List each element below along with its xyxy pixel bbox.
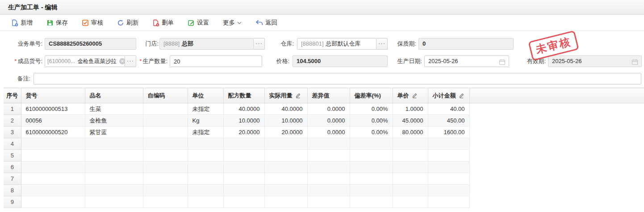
cell-empty[interactable] (350, 138, 393, 150)
cell-item-no[interactable]: 00056 (21, 115, 85, 127)
cell-empty[interactable] (428, 196, 469, 208)
cell-empty[interactable] (143, 196, 188, 208)
cell-empty[interactable] (85, 161, 143, 173)
table-row[interactable]: 1 6100000000513 生菜 未指定 40.0000 40.0000 0… (4, 103, 644, 115)
remark-input[interactable] (33, 73, 641, 85)
cell-empty[interactable] (143, 185, 188, 196)
cell-actual-qty[interactable]: 40.0000 (264, 103, 307, 115)
cell-empty[interactable] (350, 185, 393, 196)
cell-empty[interactable] (428, 185, 469, 196)
product-field[interactable]: [6100000... 金枪鱼蔬菜沙拉 (45, 55, 125, 67)
cell-empty[interactable] (393, 150, 428, 161)
delete-button[interactable]: 删单 (152, 19, 174, 27)
cell-empty[interactable] (264, 138, 307, 150)
cell-empty[interactable] (21, 150, 85, 161)
cell-unit[interactable]: Kg (188, 115, 223, 127)
cell-empty[interactable] (85, 138, 143, 150)
back-button[interactable]: 返回 (255, 19, 277, 27)
cell-empty[interactable] (223, 161, 264, 173)
cell-empty[interactable] (264, 185, 307, 196)
cell-subtotal[interactable]: 40.00 (428, 103, 469, 115)
cell-empty[interactable] (21, 138, 85, 150)
cell-deviation[interactable]: 0.00% (350, 103, 393, 115)
cell-subtotal[interactable]: 1600.00 (428, 127, 469, 138)
cell-empty[interactable] (85, 196, 143, 208)
store-picker-button[interactable]: ··· (254, 38, 265, 50)
cell-unit-price[interactable]: 45.0000 (393, 115, 428, 127)
cell-empty[interactable] (143, 161, 188, 173)
cell-empty[interactable] (143, 150, 188, 161)
cell-empty[interactable] (307, 150, 350, 161)
cell-empty[interactable] (143, 173, 188, 185)
table-row-empty[interactable]: 7 (4, 173, 644, 185)
cell-empty[interactable] (350, 173, 393, 185)
cell-empty[interactable] (307, 138, 350, 150)
cell-empty[interactable] (307, 196, 350, 208)
cell-empty[interactable] (85, 150, 143, 161)
cell-empty[interactable] (223, 150, 264, 161)
cell-custom-code[interactable] (143, 127, 188, 138)
cell-empty[interactable] (393, 196, 428, 208)
cell-empty[interactable] (21, 161, 85, 173)
refresh-button[interactable]: 刷新 (117, 19, 138, 27)
cell-name[interactable]: 金枪鱼 (85, 115, 143, 127)
cell-empty[interactable] (307, 161, 350, 173)
calendar-icon[interactable] (499, 58, 506, 67)
table-row[interactable]: 2 00056 金枪鱼 Kg 10.0000 10.0000 0.0000 0.… (4, 115, 644, 127)
cell-recipe-qty[interactable]: 40.0000 (223, 103, 264, 115)
cell-empty[interactable] (393, 138, 428, 150)
table-row-empty[interactable]: 5 (4, 150, 644, 161)
cell-empty[interactable] (393, 161, 428, 173)
more-button[interactable]: 更多 (223, 19, 242, 27)
cell-empty[interactable] (223, 185, 264, 196)
cell-unit[interactable]: 未指定 (188, 103, 223, 115)
qty-input[interactable] (170, 55, 262, 67)
cell-empty[interactable] (188, 161, 223, 173)
cell-empty[interactable] (428, 150, 469, 161)
cell-empty[interactable] (223, 196, 264, 208)
cell-empty[interactable] (350, 161, 393, 173)
audit-button[interactable]: 审核 (82, 19, 103, 27)
cell-empty[interactable] (393, 185, 428, 196)
cell-unit-price[interactable]: 1.0000 (393, 103, 428, 115)
save-button[interactable]: 保存 (46, 19, 68, 27)
cell-recipe-qty[interactable]: 20.0000 (223, 127, 264, 138)
cell-unit[interactable]: 未指定 (188, 127, 223, 138)
cell-empty[interactable] (350, 150, 393, 161)
cell-empty[interactable] (188, 138, 223, 150)
cell-empty[interactable] (188, 196, 223, 208)
cell-unit-price[interactable]: 80.0000 (393, 127, 428, 138)
cell-diff[interactable]: 0.0000 (307, 115, 350, 127)
warehouse-picker-button[interactable]: ··· (376, 38, 388, 50)
cell-empty[interactable] (143, 138, 188, 150)
cell-empty[interactable] (188, 185, 223, 196)
cell-item-no[interactable]: 6100000000513 (21, 103, 85, 115)
table-row-empty[interactable]: 9 (4, 196, 644, 208)
new-button[interactable]: 新增 (11, 19, 33, 27)
table-row-empty[interactable]: 8 (4, 185, 644, 196)
cell-empty[interactable] (85, 185, 143, 196)
cell-empty[interactable] (264, 161, 307, 173)
cell-empty[interactable] (393, 173, 428, 185)
cell-empty[interactable] (428, 161, 469, 173)
cell-custom-code[interactable] (143, 103, 188, 115)
cell-diff[interactable]: 0.0000 (307, 103, 350, 115)
cell-empty[interactable] (307, 185, 350, 196)
table-row[interactable]: 3 6100000000520 紫甘蓝 未指定 20.0000 20.0000 … (4, 127, 644, 138)
cell-diff[interactable]: 0.0000 (307, 127, 350, 138)
cell-actual-qty[interactable]: 10.0000 (264, 115, 307, 127)
warehouse-field[interactable]: [888801] 总部默认仓库 (297, 38, 376, 50)
cell-actual-qty[interactable]: 20.0000 (264, 127, 307, 138)
cell-recipe-qty[interactable]: 10.0000 (223, 115, 264, 127)
cell-empty[interactable] (21, 185, 85, 196)
cell-empty[interactable] (428, 173, 469, 185)
cell-empty[interactable] (188, 173, 223, 185)
clear-product-icon[interactable] (119, 58, 125, 64)
prod-date-field[interactable]: 2025-05-26 (424, 55, 509, 67)
cell-empty[interactable] (264, 150, 307, 161)
cell-empty[interactable] (21, 196, 85, 208)
cell-name[interactable]: 紫甘蓝 (85, 127, 143, 138)
cell-empty[interactable] (307, 173, 350, 185)
cell-empty[interactable] (264, 173, 307, 185)
table-row-empty[interactable]: 6 (4, 161, 644, 173)
